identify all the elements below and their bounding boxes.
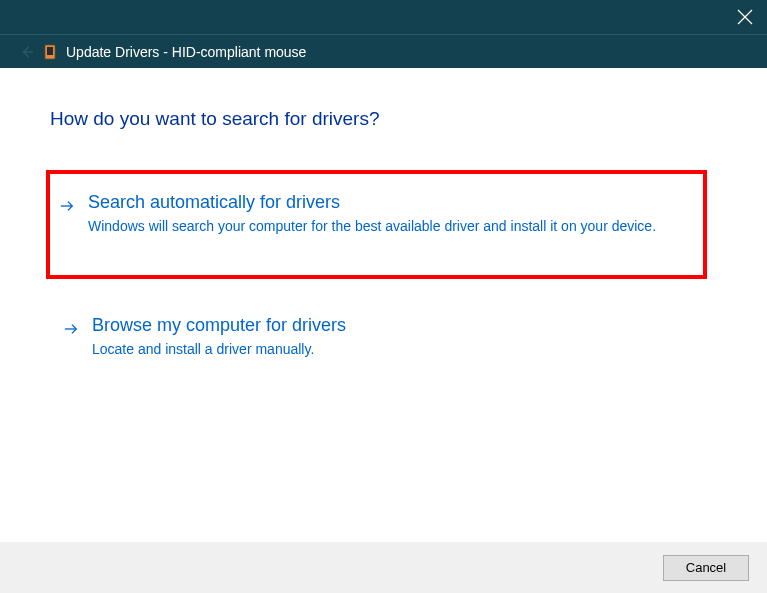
cancel-button[interactable]: Cancel — [663, 555, 749, 581]
header-title: Update Drivers - HID-compliant mouse — [66, 44, 306, 60]
page-heading: How do you want to search for drivers? — [50, 108, 717, 130]
option-search-automatically[interactable]: Search automatically for drivers Windows… — [46, 170, 707, 279]
header-bar: Update Drivers - HID-compliant mouse — [0, 34, 767, 68]
footer-bar: Cancel — [0, 542, 767, 593]
option-text: Search automatically for drivers Windows… — [88, 192, 677, 237]
device-icon — [44, 44, 56, 60]
option-description: Windows will search your computer for th… — [88, 217, 677, 237]
option-browse-computer[interactable]: Browse my computer for drivers Locate an… — [50, 305, 717, 378]
option-text: Browse my computer for drivers Locate an… — [92, 315, 687, 360]
option-title: Search automatically for drivers — [88, 192, 677, 213]
content-area: How do you want to search for drivers? S… — [0, 108, 767, 582]
back-arrow-icon — [20, 45, 34, 59]
arrow-right-icon — [60, 199, 74, 213]
option-description: Locate and install a driver manually. — [92, 340, 687, 360]
arrow-right-icon — [64, 322, 78, 336]
svg-rect-4 — [47, 47, 53, 55]
titlebar — [0, 0, 767, 34]
option-title: Browse my computer for drivers — [92, 315, 687, 336]
close-icon[interactable] — [737, 9, 753, 25]
